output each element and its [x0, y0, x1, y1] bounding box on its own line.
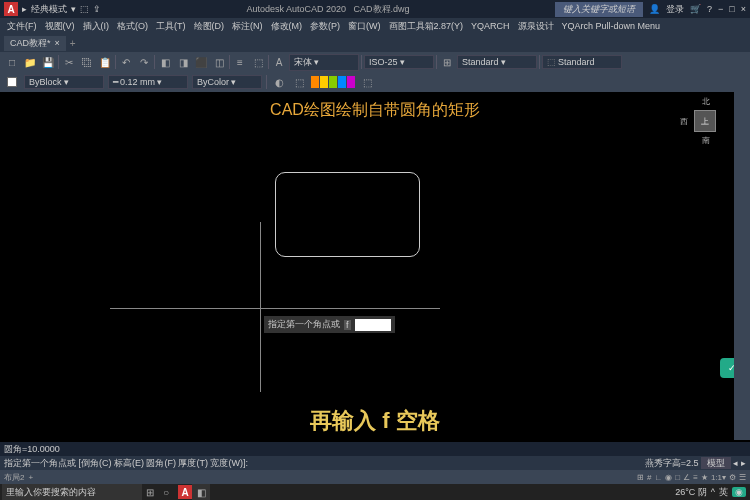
navcube-west[interactable]: 西 — [680, 116, 688, 127]
redo-icon[interactable]: ↷ — [136, 54, 152, 70]
menu-yuanquan[interactable]: 源泉设计 — [515, 20, 557, 33]
arrow-icon[interactable]: ▸ — [22, 4, 27, 14]
drawing-tab[interactable]: CAD教程* × — [4, 36, 66, 51]
task-view-icon[interactable]: ⊞ — [142, 484, 158, 500]
save-icon[interactable]: 💾 — [40, 54, 56, 70]
cortana-icon[interactable]: ○ — [158, 484, 174, 500]
close-icon[interactable]: × — [741, 4, 746, 14]
toolbar-ribbon: □ 📁 💾 ✂ ⿻ 📋 ↶ ↷ ◧ ◨ ⬛ ◫ ≡ ⬚ A 宋体▾ ISO-25… — [0, 52, 750, 72]
menu-yqpull[interactable]: YQArch Pull-down Menu — [559, 21, 664, 31]
help-icon[interactable]: ? — [707, 4, 712, 14]
user-icon[interactable]: 👤 — [649, 4, 660, 14]
open-icon[interactable]: 📁 — [22, 54, 38, 70]
menu-window[interactable]: 窗口(W) — [345, 20, 384, 33]
linetype-dropdown[interactable]: ByColor▾ — [192, 75, 262, 89]
lweight-icon[interactable]: ≡ — [693, 473, 698, 482]
tool-icon[interactable]: ◐ — [271, 74, 287, 90]
gear-icon[interactable]: ⚙ — [729, 473, 736, 482]
tool-icon[interactable]: ⬚ — [291, 74, 307, 90]
video-subtitle: 再输入 f 空格 — [310, 406, 440, 436]
expand-icon[interactable]: ☰ — [739, 473, 746, 482]
menu-toolbox[interactable]: 画图工具箱2.87(Y) — [386, 20, 467, 33]
paste-icon[interactable]: 📋 — [97, 54, 113, 70]
menu-insert[interactable]: 插入(I) — [80, 20, 113, 33]
color-icon[interactable] — [4, 74, 20, 90]
tab-close-icon[interactable]: × — [55, 38, 60, 48]
dropdown-icon[interactable]: ▾ — [71, 4, 76, 14]
tool-icon[interactable]: ⬛ — [193, 54, 209, 70]
autocad-task-icon[interactable]: A — [178, 485, 192, 499]
model-tab[interactable]: 模型 — [701, 457, 731, 469]
text-icon[interactable]: A — [271, 54, 287, 70]
color-palette[interactable] — [311, 76, 355, 88]
dynamic-prompt: 指定第一个角点或 f — [264, 316, 395, 333]
minimize-icon[interactable]: − — [718, 4, 723, 14]
menu-draw[interactable]: 绘图(D) — [191, 20, 228, 33]
menu-format[interactable]: 格式(O) — [114, 20, 151, 33]
std2-dropdown[interactable]: ⬚Standard — [542, 55, 622, 69]
tool-icon[interactable]: ◨ — [175, 54, 191, 70]
tray-up-icon[interactable]: ^ — [711, 487, 715, 497]
windows-search[interactable]: 里输入你要搜索的内容 — [2, 484, 142, 501]
new-tab-icon[interactable]: + — [70, 38, 76, 49]
lineweight-dropdown[interactable]: ━ 0.12 mm▾ — [108, 75, 188, 89]
toolbar-props: ByBlock▾ ━ 0.12 mm▾ ByColor▾ ◐ ⬚ ⬚ — [0, 72, 750, 92]
view-cube[interactable]: 北 西 上 南 — [680, 96, 730, 146]
cart-icon[interactable]: 🛒 — [690, 4, 701, 14]
search-box[interactable]: 键入关键字或短语 — [555, 2, 643, 17]
rounded-rectangle — [275, 172, 420, 257]
vertical-toolbar[interactable] — [734, 92, 750, 440]
app-task-icon[interactable]: ◧ — [192, 484, 210, 500]
std-dropdown[interactable]: Standard▾ — [457, 55, 537, 69]
table-icon[interactable]: ⊞ — [439, 54, 455, 70]
tool-icon[interactable]: ◫ — [211, 54, 227, 70]
menu-view[interactable]: 视图(V) — [42, 20, 78, 33]
command-history: 圆角=10.0000 — [0, 442, 750, 456]
dynamic-input[interactable] — [355, 319, 391, 331]
menu-dim[interactable]: 标注(N) — [229, 20, 266, 33]
menu-param[interactable]: 参数(P) — [307, 20, 343, 33]
layer-icon[interactable]: ≡ — [232, 54, 248, 70]
osnap-icon[interactable]: □ — [675, 473, 680, 482]
ime-indicator[interactable]: 英 — [719, 486, 728, 499]
tray-icon[interactable]: ◉ — [732, 487, 746, 497]
weather-widget[interactable]: 26°C 阴 — [675, 486, 707, 499]
new-icon[interactable]: □ — [4, 54, 20, 70]
share-icon[interactable]: ⇪ — [93, 4, 101, 14]
layout-tab[interactable]: 布局2 — [4, 472, 24, 483]
prompt-key: f — [344, 320, 351, 330]
undo-icon[interactable]: ↶ — [118, 54, 134, 70]
drawing-canvas[interactable]: CAD绘图绘制自带圆角的矩形 指定第一个角点或 f 北 西 上 南 ✓ 再输入 … — [0, 92, 750, 440]
copy-icon[interactable]: ⿻ — [79, 54, 95, 70]
qat-icon[interactable]: ⬚ — [80, 4, 89, 14]
menu-yqarch[interactable]: YQARCH — [468, 21, 513, 31]
command-line[interactable]: 指定第一个角点或 [倒角(C) 标高(E) 圆角(F) 厚度(T) 宽度(W)]… — [0, 456, 750, 470]
menu-modify[interactable]: 修改(M) — [268, 20, 306, 33]
zoom-label: 燕秀字高=2.5 — [645, 458, 699, 468]
navcube-north[interactable]: 北 — [702, 96, 710, 107]
polar-icon[interactable]: ◉ — [665, 473, 672, 482]
tool-icon[interactable]: ◧ — [157, 54, 173, 70]
anno-icon[interactable]: ★ — [701, 473, 708, 482]
navcube-south[interactable]: 南 — [702, 135, 710, 146]
layer-dropdown[interactable]: ByBlock▾ — [24, 75, 104, 89]
font-dropdown[interactable]: 宋体▾ — [289, 54, 359, 71]
mode-label[interactable]: 经典模式 — [31, 3, 67, 16]
snap-icon[interactable]: ⊞ — [637, 473, 644, 482]
grid-icon[interactable]: # — [647, 473, 651, 482]
dimstyle-dropdown[interactable]: ISO-25▾ — [364, 55, 434, 69]
tool-icon[interactable]: ⬚ — [359, 74, 375, 90]
menu-tools[interactable]: 工具(T) — [153, 20, 189, 33]
cmd-prompt: 指定第一个角点或 [倒角(C) 标高(E) 圆角(F) 厚度(T) 宽度(W)]… — [4, 457, 248, 470]
add-layout-icon[interactable]: + — [28, 473, 33, 482]
ortho-icon[interactable]: ∟ — [655, 473, 663, 482]
otrack-icon[interactable]: ∠ — [683, 473, 690, 482]
tool-icon[interactable]: ⬚ — [250, 54, 266, 70]
navcube-face[interactable]: 上 — [694, 110, 716, 132]
status-bar: 布局2 + ⊞ # ∟ ◉ □ ∠ ≡ ★ 1:1▾ ⚙ ☰ — [0, 470, 750, 484]
maximize-icon[interactable]: □ — [729, 4, 734, 14]
login-link[interactable]: 登录 — [666, 3, 684, 16]
cmd-text: 圆角=10.0000 — [4, 444, 60, 454]
cut-icon[interactable]: ✂ — [61, 54, 77, 70]
menu-file[interactable]: 文件(F) — [4, 20, 40, 33]
